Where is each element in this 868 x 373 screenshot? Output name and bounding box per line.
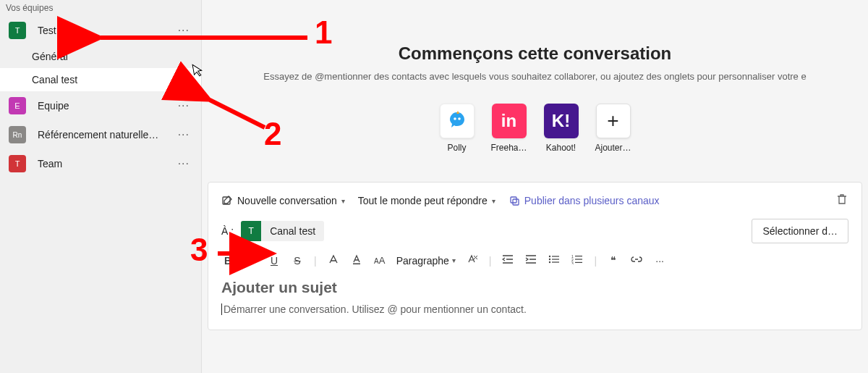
strikethrough-button[interactable]: S [291, 255, 304, 267]
plus-icon: + [596, 104, 631, 138]
app-tile-freehand[interactable]: in Freeha… [488, 104, 531, 153]
underline-button[interactable]: U [268, 255, 281, 267]
team-item-equipe[interactable]: E Equipe ··· [0, 91, 201, 120]
quote-button[interactable]: ❝ [607, 254, 620, 267]
main-content: Commençons cette conversation Essayez de… [202, 0, 868, 373]
link-button[interactable] [630, 254, 643, 267]
app-tile-polly[interactable]: Polly [435, 104, 479, 153]
welcome-title: Commençons cette conversation [231, 43, 839, 64]
highlight-button[interactable] [327, 253, 340, 267]
svg-rect-9 [552, 256, 559, 256]
font-size-button[interactable]: AA [373, 255, 386, 266]
separator: | [594, 255, 597, 267]
app-label: Polly [447, 143, 466, 153]
compose-icon [221, 195, 233, 206]
bullet-list-button[interactable] [548, 254, 561, 267]
more-icon[interactable]: ··· [175, 128, 192, 141]
new-conversation-label: Nouvelle conversation [237, 195, 337, 206]
format-toolbar: B I U S | AA Paragraphe ▾ | [221, 253, 848, 267]
sidebar-header: Vos équipes [0, 0, 201, 16]
team-name: Equipe [38, 100, 175, 112]
publish-label: Publier dans plusieurs canaux [524, 195, 660, 206]
chevron-down-icon: ▾ [341, 197, 345, 205]
team-item-referencement[interactable]: Rn Référencement naturelle… ··· [0, 120, 201, 149]
team-item-test[interactable]: T Test ··· [0, 16, 201, 45]
team-name: Référencement naturelle… [38, 129, 175, 141]
font-color-button[interactable] [350, 253, 363, 267]
recipient-row: À : T Canal test Sélectionner d… [221, 219, 848, 243]
svg-rect-16 [575, 259, 582, 259]
welcome-panel: Commençons cette conversation Essayez de… [202, 43, 868, 153]
app-tile-kahoot[interactable]: K! Kahoot! [540, 104, 583, 153]
svg-text:3: 3 [571, 261, 574, 264]
more-icon[interactable]: ··· [175, 24, 192, 37]
separator: | [314, 255, 317, 267]
reply-scope-dropdown[interactable]: Tout le monde peut répondre ▾ [358, 195, 495, 206]
team-name: Test [38, 25, 175, 36]
reply-scope-label: Tout le monde peut répondre [358, 195, 488, 206]
copy-icon [509, 195, 520, 206]
svg-rect-15 [575, 256, 582, 256]
svg-rect-3 [511, 197, 516, 203]
new-conversation-dropdown[interactable]: Nouvelle conversation ▾ [221, 195, 345, 206]
publish-multiple-button[interactable]: Publier dans plusieurs canaux [509, 195, 660, 206]
subject-input[interactable]: Ajouter un sujet [221, 279, 848, 296]
chip-label: Canal test [261, 225, 324, 237]
message-body-input[interactable]: Démarrer une conversation. Utilisez @ po… [221, 303, 848, 315]
team-name: Team [38, 158, 175, 169]
welcome-subtitle: Essayez de @mentionner des contacts avec… [231, 71, 839, 82]
more-format-button[interactable]: ··· [653, 255, 666, 267]
recipient-chip[interactable]: T Canal test [241, 221, 324, 241]
italic-button[interactable]: I [244, 255, 258, 267]
separator: | [489, 255, 492, 267]
app-icon: in [492, 104, 527, 138]
svg-rect-5 [353, 264, 360, 265]
svg-point-0 [454, 117, 456, 120]
svg-rect-4 [513, 199, 519, 205]
app-tile-add[interactable]: + Ajouter… [592, 104, 635, 153]
select-channels-button[interactable]: Sélectionner d… [752, 219, 848, 243]
svg-point-1 [458, 117, 461, 120]
delete-button[interactable] [835, 193, 848, 209]
composer-top-bar: Nouvelle conversation ▾ Tout le monde pe… [221, 193, 848, 209]
chevron-down-icon: ▾ [452, 256, 456, 264]
indent-decrease-button[interactable] [501, 254, 514, 267]
svg-point-6 [549, 256, 550, 257]
indent-increase-button[interactable] [524, 254, 537, 267]
svg-rect-17 [575, 262, 582, 263]
team-avatar: Rn [9, 126, 26, 143]
team-avatar: E [9, 97, 26, 114]
app-label: Kahoot! [546, 143, 576, 153]
app-tiles: Polly in Freeha… K! Kahoot! + Ajouter… [231, 104, 839, 153]
team-avatar: T [9, 22, 26, 39]
team-avatar: T [9, 155, 26, 172]
chip-avatar: T [241, 221, 261, 241]
chevron-down-icon: ▾ [492, 197, 495, 205]
composer: Nouvelle conversation ▾ Tout le monde pe… [208, 182, 862, 330]
svg-point-8 [549, 261, 550, 263]
bold-button[interactable]: B [221, 255, 234, 267]
to-label: À : [221, 225, 234, 237]
number-list-button[interactable]: 123 [571, 254, 584, 267]
more-icon[interactable]: ··· [175, 99, 192, 112]
paragraph-dropdown[interactable]: Paragraphe ▾ [396, 255, 456, 267]
channel-item-canal-test[interactable]: Canal test [0, 68, 201, 91]
channel-item-general[interactable]: Général [0, 45, 201, 68]
app-label: Freeha… [490, 143, 527, 153]
sidebar: Vos équipes T Test ··· Général Canal tes… [0, 0, 202, 373]
team-item-team[interactable]: T Team ··· [0, 149, 201, 178]
svg-rect-10 [552, 259, 559, 259]
clear-format-button[interactable] [466, 253, 479, 267]
more-icon[interactable]: ··· [175, 157, 192, 170]
svg-point-7 [549, 259, 550, 260]
app-label: Ajouter… [595, 143, 631, 153]
app-icon: K! [544, 104, 579, 138]
app-icon [440, 104, 475, 138]
svg-rect-11 [552, 261, 559, 262]
